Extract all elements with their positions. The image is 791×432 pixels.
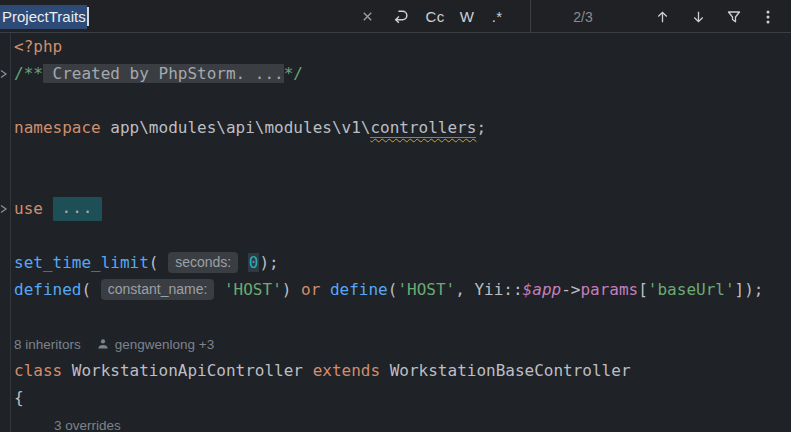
ide-window: ProjectTraits Cc W .* 2/3: [0, 0, 791, 432]
code-token: /**: [14, 64, 43, 83]
code-token: or: [301, 280, 320, 299]
code-line-15: 3 overrides: [0, 411, 791, 432]
inlay-hint[interactable]: 8 inheritors: [14, 337, 81, 352]
code-token: {: [14, 388, 24, 407]
code-line-12: 8 inheritorsgengwenlong +3: [0, 330, 791, 357]
bar-divider: [530, 0, 531, 32]
code-token: namespace: [14, 118, 101, 137]
fold-toggle-icon[interactable]: [0, 204, 8, 214]
parameter-hint[interactable]: constant_name:: [101, 279, 215, 300]
filter-icon[interactable]: [722, 0, 746, 33]
typo-highlighted-token: controllers: [370, 118, 476, 138]
code-token: (: [149, 253, 168, 272]
code-token: ;: [476, 118, 486, 137]
more-options-icon[interactable]: [757, 0, 779, 33]
inlay-hint[interactable]: gengwenlong +3: [115, 337, 214, 352]
code-token: extends: [313, 361, 380, 380]
next-occurrence-icon[interactable]: [687, 0, 709, 33]
code-token: app\modules\api\modules\v1\: [101, 118, 371, 137]
code-line-10: defined( constant_name: 'HOST') or defin…: [0, 276, 791, 303]
words-toggle[interactable]: W: [456, 0, 478, 33]
code-token: , Yii::: [455, 280, 522, 299]
code-token: [: [638, 280, 648, 299]
code-line-2: /** Created by PhpStorm. ...*/: [0, 60, 791, 87]
code-line-9: set_time_limit( seconds: 0);: [0, 249, 791, 276]
code-token: ]);: [735, 280, 764, 299]
code-token: ->: [561, 280, 580, 299]
match-count-label: 2/3: [573, 9, 592, 25]
code-line-7: use ...: [0, 195, 791, 222]
regex-label: .*: [492, 8, 503, 25]
text-caret: [87, 7, 89, 26]
code-line-4: namespace app\modules\api\modules\v1\con…: [0, 114, 791, 141]
inlay-hint[interactable]: 3 overrides: [54, 418, 121, 432]
code-token: use: [14, 199, 43, 218]
newline-icon[interactable]: [388, 0, 412, 33]
close-icon[interactable]: [357, 0, 377, 33]
regex-toggle[interactable]: .*: [485, 0, 509, 33]
code-line-1: <?php: [0, 33, 791, 60]
code-token: (: [81, 280, 100, 299]
fold-toggle-icon[interactable]: [0, 69, 8, 79]
code-line-8: [0, 222, 791, 249]
search-query-selected-text: ProjectTraits: [0, 5, 87, 29]
code-token: [320, 280, 330, 299]
code-line-11: [0, 303, 791, 330]
code-token: class: [14, 361, 62, 380]
code-token: WorkstationBaseController: [380, 361, 630, 380]
code-token: defined: [14, 280, 81, 299]
code-token: 'HOST': [224, 280, 282, 299]
code-token: ): [282, 280, 301, 299]
code-token: */: [284, 64, 303, 83]
code-token: 'baseUrl': [648, 280, 735, 299]
code-token: [214, 280, 224, 299]
search-bar: ProjectTraits Cc W .* 2/3: [0, 0, 791, 33]
match-case-toggle[interactable]: Cc: [421, 0, 449, 33]
code-line-6: [0, 168, 791, 195]
parameter-hint[interactable]: seconds:: [168, 252, 238, 273]
author-icon: [97, 338, 109, 350]
fold-placeholder[interactable]: ...: [53, 197, 103, 221]
code-line-13: class WorkstationApiController extends W…: [0, 357, 791, 384]
code-token: <?php: [14, 37, 62, 56]
code-token: 'HOST': [397, 280, 455, 299]
code-area: <?php/** Created by PhpStorm. ...*/names…: [0, 33, 791, 432]
match-count: 2/3: [553, 0, 613, 33]
code-line-14: {: [0, 384, 791, 411]
code-token: WorkstationApiController: [62, 361, 312, 380]
code-token: $app: [523, 280, 562, 299]
code-token: params: [580, 280, 638, 299]
code-line-3: [0, 87, 791, 114]
code-token: [238, 253, 248, 272]
code-token: set_time_limit: [14, 253, 149, 272]
search-input[interactable]: ProjectTraits: [0, 0, 89, 33]
words-label: W: [460, 8, 474, 25]
code-token: define: [330, 280, 388, 299]
code-token: 0: [248, 253, 260, 272]
match-case-label: Cc: [426, 8, 445, 25]
gutter-divider: [10, 33, 11, 432]
code-editor[interactable]: <?php/** Created by PhpStorm. ...*/names…: [0, 33, 791, 432]
fold-placeholder[interactable]: Created by PhpStorm. ...: [43, 64, 284, 83]
code-token: [43, 199, 53, 218]
code-token: );: [259, 253, 278, 272]
prev-occurrence-icon[interactable]: [651, 0, 673, 33]
code-line-5: [0, 141, 791, 168]
code-token: (: [388, 280, 398, 299]
